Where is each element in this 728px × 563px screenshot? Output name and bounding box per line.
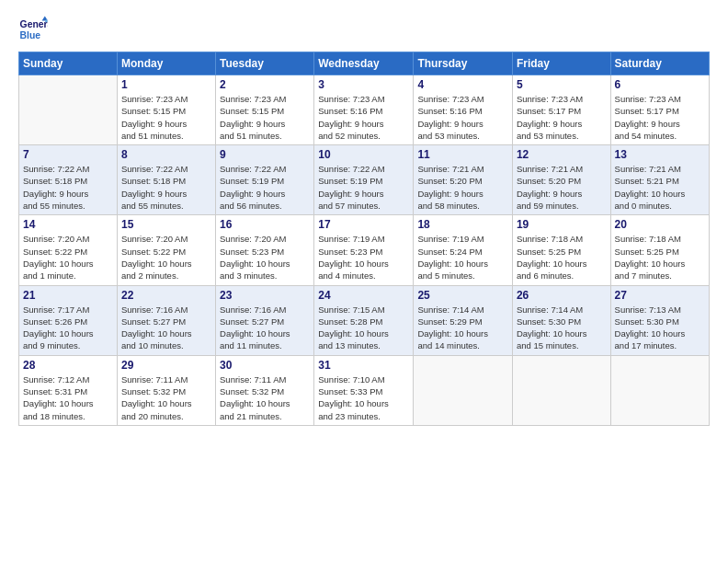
calendar-cell <box>610 355 709 425</box>
calendar-header-sunday: Sunday <box>19 52 118 75</box>
calendar-header-monday: Monday <box>117 52 215 75</box>
calendar-cell: 21Sunrise: 7:17 AM Sunset: 5:26 PM Dayli… <box>19 285 118 355</box>
calendar-cell: 28Sunrise: 7:12 AM Sunset: 5:31 PM Dayli… <box>19 355 118 425</box>
day-number: 18 <box>417 218 508 231</box>
calendar-table: SundayMondayTuesdayWednesdayThursdayFrid… <box>18 52 710 426</box>
calendar-header-friday: Friday <box>512 52 610 75</box>
calendar-cell: 26Sunrise: 7:14 AM Sunset: 5:30 PM Dayli… <box>512 285 610 355</box>
day-detail: Sunrise: 7:12 AM Sunset: 5:31 PM Dayligh… <box>23 373 113 422</box>
day-number: 6 <box>615 78 705 91</box>
day-detail: Sunrise: 7:16 AM Sunset: 5:27 PM Dayligh… <box>220 304 310 352</box>
day-number: 17 <box>318 218 409 231</box>
svg-marker-2 <box>42 17 48 21</box>
calendar-cell <box>512 355 610 425</box>
calendar-cell: 5Sunrise: 7:23 AM Sunset: 5:17 PM Daylig… <box>512 75 610 145</box>
day-number: 13 <box>615 148 705 161</box>
day-detail: Sunrise: 7:10 AM Sunset: 5:33 PM Dayligh… <box>318 373 409 422</box>
calendar-cell: 16Sunrise: 7:20 AM Sunset: 5:23 PM Dayli… <box>216 215 314 285</box>
day-number: 2 <box>220 78 310 91</box>
calendar-cell: 1Sunrise: 7:23 AM Sunset: 5:15 PM Daylig… <box>117 75 215 145</box>
day-detail: Sunrise: 7:20 AM Sunset: 5:22 PM Dayligh… <box>23 233 113 282</box>
calendar-cell: 13Sunrise: 7:21 AM Sunset: 5:21 PM Dayli… <box>610 145 709 215</box>
day-number: 21 <box>23 289 113 302</box>
calendar-cell: 12Sunrise: 7:21 AM Sunset: 5:20 PM Dayli… <box>512 145 610 215</box>
day-detail: Sunrise: 7:19 AM Sunset: 5:23 PM Dayligh… <box>318 233 409 282</box>
day-number: 5 <box>517 78 607 91</box>
day-number: 16 <box>220 218 310 231</box>
day-detail: Sunrise: 7:14 AM Sunset: 5:29 PM Dayligh… <box>417 304 508 352</box>
day-detail: Sunrise: 7:23 AM Sunset: 5:15 PM Dayligh… <box>121 93 211 142</box>
day-number: 30 <box>220 359 310 372</box>
day-detail: Sunrise: 7:23 AM Sunset: 5:15 PM Dayligh… <box>220 93 310 142</box>
day-number: 1 <box>121 78 211 91</box>
day-number: 7 <box>23 148 113 161</box>
day-detail: Sunrise: 7:16 AM Sunset: 5:27 PM Dayligh… <box>121 304 211 352</box>
calendar-cell: 30Sunrise: 7:11 AM Sunset: 5:32 PM Dayli… <box>216 355 314 425</box>
calendar-week-row: 7Sunrise: 7:22 AM Sunset: 5:18 PM Daylig… <box>19 145 710 215</box>
day-number: 3 <box>318 78 409 91</box>
calendar-cell: 9Sunrise: 7:22 AM Sunset: 5:19 PM Daylig… <box>216 145 314 215</box>
day-detail: Sunrise: 7:23 AM Sunset: 5:16 PM Dayligh… <box>417 93 508 142</box>
day-number: 8 <box>121 148 211 161</box>
day-number: 14 <box>23 218 113 231</box>
day-detail: Sunrise: 7:22 AM Sunset: 5:19 PM Dayligh… <box>220 163 310 212</box>
calendar-week-row: 21Sunrise: 7:17 AM Sunset: 5:26 PM Dayli… <box>19 285 710 355</box>
day-number: 20 <box>615 218 705 231</box>
calendar-cell: 8Sunrise: 7:22 AM Sunset: 5:18 PM Daylig… <box>117 145 215 215</box>
calendar-cell: 10Sunrise: 7:22 AM Sunset: 5:19 PM Dayli… <box>314 145 414 215</box>
calendar-cell: 27Sunrise: 7:13 AM Sunset: 5:30 PM Dayli… <box>610 285 709 355</box>
calendar-cell: 14Sunrise: 7:20 AM Sunset: 5:22 PM Dayli… <box>19 215 118 285</box>
calendar-header-thursday: Thursday <box>414 52 513 75</box>
calendar-cell: 4Sunrise: 7:23 AM Sunset: 5:16 PM Daylig… <box>414 75 513 145</box>
day-detail: Sunrise: 7:20 AM Sunset: 5:22 PM Dayligh… <box>121 233 211 282</box>
day-detail: Sunrise: 7:15 AM Sunset: 5:28 PM Dayligh… <box>318 304 409 352</box>
calendar-cell: 11Sunrise: 7:21 AM Sunset: 5:20 PM Dayli… <box>414 145 513 215</box>
svg-text:Blue: Blue <box>20 30 41 40</box>
calendar-cell: 19Sunrise: 7:18 AM Sunset: 5:25 PM Dayli… <box>512 215 610 285</box>
day-number: 9 <box>220 148 310 161</box>
day-detail: Sunrise: 7:21 AM Sunset: 5:20 PM Dayligh… <box>417 163 508 212</box>
day-number: 15 <box>121 218 211 231</box>
day-number: 24 <box>318 289 409 302</box>
calendar-cell: 15Sunrise: 7:20 AM Sunset: 5:22 PM Dayli… <box>117 215 215 285</box>
day-number: 23 <box>220 289 310 302</box>
day-detail: Sunrise: 7:21 AM Sunset: 5:21 PM Dayligh… <box>615 163 705 212</box>
day-detail: Sunrise: 7:23 AM Sunset: 5:17 PM Dayligh… <box>517 93 607 142</box>
day-detail: Sunrise: 7:23 AM Sunset: 5:17 PM Dayligh… <box>615 93 705 142</box>
day-number: 29 <box>121 359 211 372</box>
day-detail: Sunrise: 7:19 AM Sunset: 5:24 PM Dayligh… <box>417 233 508 282</box>
calendar-cell <box>19 75 118 145</box>
logo: General Blue <box>18 15 48 44</box>
calendar-cell: 31Sunrise: 7:10 AM Sunset: 5:33 PM Dayli… <box>314 355 414 425</box>
day-number: 25 <box>417 289 508 302</box>
day-detail: Sunrise: 7:17 AM Sunset: 5:26 PM Dayligh… <box>23 304 113 352</box>
day-number: 31 <box>318 359 409 372</box>
calendar-cell: 23Sunrise: 7:16 AM Sunset: 5:27 PM Dayli… <box>216 285 314 355</box>
calendar-cell: 20Sunrise: 7:18 AM Sunset: 5:25 PM Dayli… <box>610 215 709 285</box>
day-number: 26 <box>517 289 607 302</box>
day-number: 4 <box>417 78 508 91</box>
day-number: 12 <box>517 148 607 161</box>
day-detail: Sunrise: 7:22 AM Sunset: 5:18 PM Dayligh… <box>121 163 211 212</box>
day-number: 28 <box>23 359 113 372</box>
day-number: 19 <box>517 218 607 231</box>
calendar-header-tuesday: Tuesday <box>216 52 314 75</box>
calendar-cell: 29Sunrise: 7:11 AM Sunset: 5:32 PM Dayli… <box>117 355 215 425</box>
svg-text:General: General <box>20 19 48 29</box>
calendar-cell: 25Sunrise: 7:14 AM Sunset: 5:29 PM Dayli… <box>414 285 513 355</box>
day-detail: Sunrise: 7:18 AM Sunset: 5:25 PM Dayligh… <box>615 233 705 282</box>
header: General Blue <box>18 15 710 44</box>
day-number: 11 <box>417 148 508 161</box>
day-detail: Sunrise: 7:13 AM Sunset: 5:30 PM Dayligh… <box>615 304 705 352</box>
day-detail: Sunrise: 7:20 AM Sunset: 5:23 PM Dayligh… <box>220 233 310 282</box>
day-number: 10 <box>318 148 409 161</box>
day-detail: Sunrise: 7:23 AM Sunset: 5:16 PM Dayligh… <box>318 93 409 142</box>
calendar-cell: 3Sunrise: 7:23 AM Sunset: 5:16 PM Daylig… <box>314 75 414 145</box>
calendar-cell: 6Sunrise: 7:23 AM Sunset: 5:17 PM Daylig… <box>610 75 709 145</box>
calendar-cell: 24Sunrise: 7:15 AM Sunset: 5:28 PM Dayli… <box>314 285 414 355</box>
calendar-cell: 22Sunrise: 7:16 AM Sunset: 5:27 PM Dayli… <box>117 285 215 355</box>
day-detail: Sunrise: 7:21 AM Sunset: 5:20 PM Dayligh… <box>517 163 607 212</box>
day-detail: Sunrise: 7:22 AM Sunset: 5:19 PM Dayligh… <box>318 163 409 212</box>
day-detail: Sunrise: 7:18 AM Sunset: 5:25 PM Dayligh… <box>517 233 607 282</box>
logo-icon: General Blue <box>18 15 48 44</box>
